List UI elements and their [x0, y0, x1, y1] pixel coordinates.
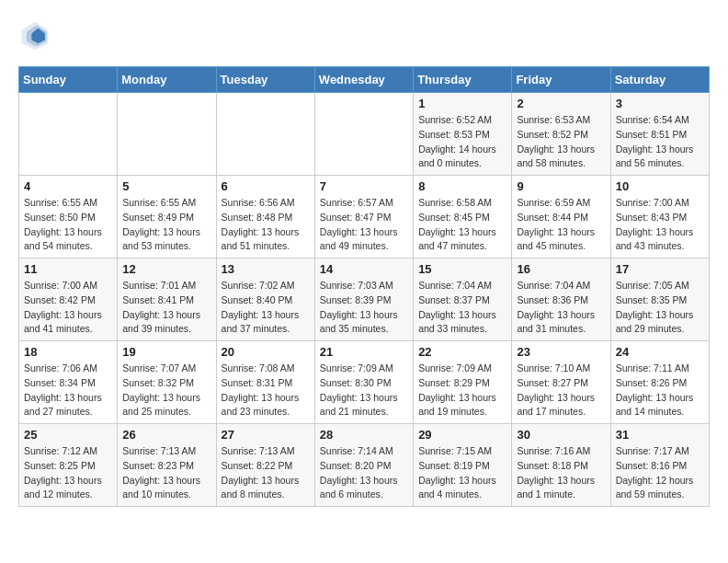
calendar-cell — [314, 93, 413, 176]
calendar-cell: 14Sunrise: 7:03 AM Sunset: 8:39 PM Dayli… — [314, 259, 413, 341]
day-number: 22 — [418, 345, 506, 359]
calendar-cell — [118, 93, 216, 176]
day-info: Sunrise: 7:06 AM Sunset: 8:34 PM Dayligh… — [24, 362, 112, 419]
logo — [18, 18, 57, 52]
weekday-header-monday: Monday — [118, 67, 216, 93]
day-number: 30 — [517, 428, 605, 442]
calendar-cell — [216, 93, 314, 176]
calendar-cell: 16Sunrise: 7:04 AM Sunset: 8:36 PM Dayli… — [512, 259, 610, 341]
day-info: Sunrise: 7:13 AM Sunset: 8:23 PM Dayligh… — [122, 444, 210, 502]
logo-icon — [18, 18, 51, 52]
weekday-header-wednesday: Wednesday — [314, 67, 413, 93]
calendar-cell: 19Sunrise: 7:07 AM Sunset: 8:32 PM Dayli… — [118, 341, 216, 424]
day-info: Sunrise: 7:03 AM Sunset: 8:39 PM Dayligh… — [320, 279, 408, 337]
day-info: Sunrise: 7:12 AM Sunset: 8:25 PM Dayligh… — [24, 444, 112, 502]
calendar-week-2: 4Sunrise: 6:55 AM Sunset: 8:50 PM Daylig… — [19, 176, 710, 259]
calendar-week-4: 18Sunrise: 7:06 AM Sunset: 8:34 PM Dayli… — [19, 341, 710, 424]
day-info: Sunrise: 6:55 AM Sunset: 8:50 PM Dayligh… — [24, 196, 112, 254]
calendar-cell: 2Sunrise: 6:53 AM Sunset: 8:52 PM Daylig… — [512, 93, 610, 176]
calendar-cell: 27Sunrise: 7:13 AM Sunset: 8:22 PM Dayli… — [216, 424, 314, 507]
day-info: Sunrise: 6:53 AM Sunset: 8:52 PM Dayligh… — [517, 113, 605, 171]
weekday-header-saturday: Saturday — [610, 67, 709, 93]
day-info: Sunrise: 7:04 AM Sunset: 8:36 PM Dayligh… — [517, 279, 605, 337]
calendar-week-3: 11Sunrise: 7:00 AM Sunset: 8:42 PM Dayli… — [19, 259, 710, 341]
day-info: Sunrise: 6:57 AM Sunset: 8:47 PM Dayligh… — [320, 196, 408, 254]
day-info: Sunrise: 7:11 AM Sunset: 8:26 PM Dayligh… — [616, 362, 704, 419]
day-number: 11 — [24, 262, 112, 276]
day-number: 8 — [418, 179, 506, 193]
day-number: 29 — [418, 428, 506, 442]
day-info: Sunrise: 7:00 AM Sunset: 8:43 PM Dayligh… — [616, 196, 704, 254]
day-number: 26 — [122, 428, 210, 442]
calendar-cell: 1Sunrise: 6:52 AM Sunset: 8:53 PM Daylig… — [414, 93, 512, 176]
day-info: Sunrise: 7:13 AM Sunset: 8:22 PM Dayligh… — [222, 444, 310, 502]
day-info: Sunrise: 7:10 AM Sunset: 8:27 PM Dayligh… — [517, 362, 605, 419]
calendar-cell: 22Sunrise: 7:09 AM Sunset: 8:29 PM Dayli… — [414, 341, 512, 424]
day-info: Sunrise: 7:15 AM Sunset: 8:19 PM Dayligh… — [418, 444, 506, 502]
day-info: Sunrise: 7:08 AM Sunset: 8:31 PM Dayligh… — [222, 362, 310, 419]
day-info: Sunrise: 6:52 AM Sunset: 8:53 PM Dayligh… — [418, 113, 506, 171]
calendar-cell: 9Sunrise: 6:59 AM Sunset: 8:44 PM Daylig… — [512, 176, 610, 259]
day-number: 13 — [222, 262, 310, 276]
calendar-cell: 5Sunrise: 6:55 AM Sunset: 8:49 PM Daylig… — [118, 176, 216, 259]
day-info: Sunrise: 6:55 AM Sunset: 8:49 PM Dayligh… — [122, 196, 210, 254]
day-info: Sunrise: 7:05 AM Sunset: 8:35 PM Dayligh… — [616, 279, 704, 337]
day-number: 10 — [616, 179, 704, 193]
day-info: Sunrise: 6:54 AM Sunset: 8:51 PM Dayligh… — [616, 113, 704, 171]
calendar-cell: 10Sunrise: 7:00 AM Sunset: 8:43 PM Dayli… — [610, 176, 709, 259]
weekday-header-tuesday: Tuesday — [216, 67, 314, 93]
day-number: 2 — [517, 97, 605, 110]
day-number: 12 — [122, 262, 210, 276]
calendar-cell: 15Sunrise: 7:04 AM Sunset: 8:37 PM Dayli… — [414, 259, 512, 341]
calendar-cell — [19, 93, 118, 176]
calendar-cell: 3Sunrise: 6:54 AM Sunset: 8:51 PM Daylig… — [610, 93, 709, 176]
day-number: 19 — [122, 345, 210, 359]
day-number: 25 — [24, 428, 112, 442]
calendar-week-1: 1Sunrise: 6:52 AM Sunset: 8:53 PM Daylig… — [19, 93, 710, 176]
calendar-cell: 29Sunrise: 7:15 AM Sunset: 8:19 PM Dayli… — [414, 424, 512, 507]
calendar-cell: 17Sunrise: 7:05 AM Sunset: 8:35 PM Dayli… — [610, 259, 709, 341]
day-number: 3 — [616, 97, 704, 110]
calendar-cell: 7Sunrise: 6:57 AM Sunset: 8:47 PM Daylig… — [314, 176, 413, 259]
calendar-table: SundayMondayTuesdayWednesdayThursdayFrid… — [18, 66, 710, 507]
day-number: 23 — [517, 345, 605, 359]
day-info: Sunrise: 7:01 AM Sunset: 8:41 PM Dayligh… — [122, 279, 210, 337]
day-number: 20 — [222, 345, 310, 359]
weekday-header-friday: Friday — [512, 67, 610, 93]
day-info: Sunrise: 7:00 AM Sunset: 8:42 PM Dayligh… — [24, 279, 112, 337]
day-info: Sunrise: 7:09 AM Sunset: 8:30 PM Dayligh… — [320, 362, 408, 419]
day-number: 27 — [222, 428, 310, 442]
calendar-cell: 28Sunrise: 7:14 AM Sunset: 8:20 PM Dayli… — [314, 424, 413, 507]
weekday-header-thursday: Thursday — [414, 67, 512, 93]
day-info: Sunrise: 7:02 AM Sunset: 8:40 PM Dayligh… — [222, 279, 310, 337]
day-info: Sunrise: 7:09 AM Sunset: 8:29 PM Dayligh… — [418, 362, 506, 419]
calendar-cell: 13Sunrise: 7:02 AM Sunset: 8:40 PM Dayli… — [216, 259, 314, 341]
day-number: 17 — [616, 262, 704, 276]
day-info: Sunrise: 6:56 AM Sunset: 8:48 PM Dayligh… — [222, 196, 310, 254]
calendar-cell: 4Sunrise: 6:55 AM Sunset: 8:50 PM Daylig… — [19, 176, 118, 259]
day-number: 9 — [517, 179, 605, 193]
day-number: 7 — [320, 179, 408, 193]
day-number: 1 — [418, 97, 506, 110]
day-number: 15 — [418, 262, 506, 276]
calendar-cell: 18Sunrise: 7:06 AM Sunset: 8:34 PM Dayli… — [19, 341, 118, 424]
day-info: Sunrise: 7:07 AM Sunset: 8:32 PM Dayligh… — [122, 362, 210, 419]
day-number: 16 — [517, 262, 605, 276]
calendar-cell: 11Sunrise: 7:00 AM Sunset: 8:42 PM Dayli… — [19, 259, 118, 341]
day-info: Sunrise: 6:59 AM Sunset: 8:44 PM Dayligh… — [517, 196, 605, 254]
day-number: 18 — [24, 345, 112, 359]
day-number: 6 — [222, 179, 310, 193]
day-number: 4 — [24, 179, 112, 193]
calendar-cell: 6Sunrise: 6:56 AM Sunset: 8:48 PM Daylig… — [216, 176, 314, 259]
day-number: 28 — [320, 428, 408, 442]
calendar-week-5: 25Sunrise: 7:12 AM Sunset: 8:25 PM Dayli… — [19, 424, 710, 507]
day-number: 21 — [320, 345, 408, 359]
calendar-cell: 21Sunrise: 7:09 AM Sunset: 8:30 PM Dayli… — [314, 341, 413, 424]
day-info: Sunrise: 6:58 AM Sunset: 8:45 PM Dayligh… — [418, 196, 506, 254]
page-header — [18, 18, 710, 52]
calendar-cell: 24Sunrise: 7:11 AM Sunset: 8:26 PM Dayli… — [610, 341, 709, 424]
day-number: 31 — [616, 428, 704, 442]
day-number: 24 — [616, 345, 704, 359]
calendar-cell: 30Sunrise: 7:16 AM Sunset: 8:18 PM Dayli… — [512, 424, 610, 507]
day-info: Sunrise: 7:14 AM Sunset: 8:20 PM Dayligh… — [320, 444, 408, 502]
